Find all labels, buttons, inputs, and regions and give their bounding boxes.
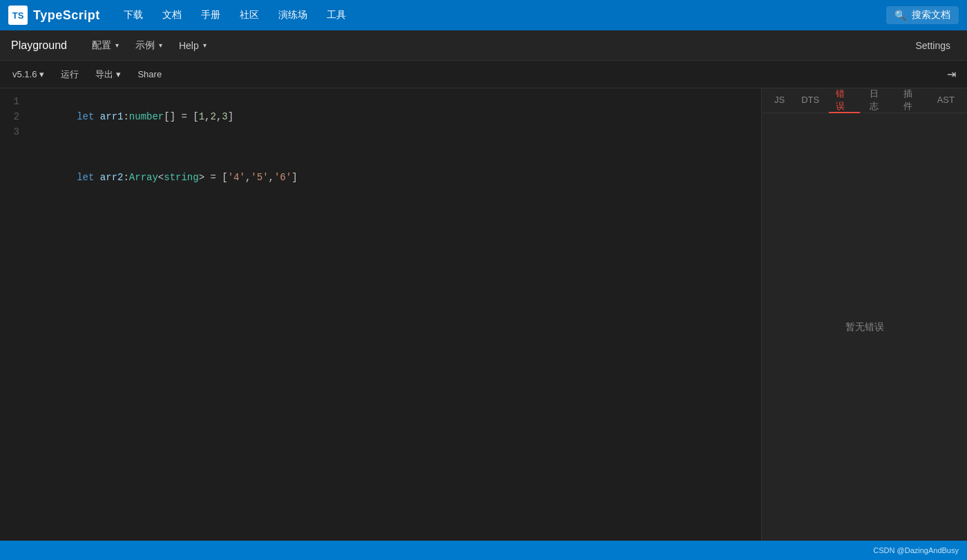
code-line-2 [28,139,761,155]
collapse-button[interactable]: ⇥ [941,65,961,84]
line-numbers: 1 2 3 [0,88,28,541]
ts-logo-box: TS [8,6,28,25]
tab-ast[interactable]: AST [930,88,961,113]
right-tabs: JS DTS 错误 日志 插件 AST [762,88,967,113]
nav-docs[interactable]: 文档 [153,0,191,30]
line-num-2: 2 [6,109,19,124]
bottom-bar: CSDN @DazingAndBusy [0,541,967,560]
nav-download[interactable]: 下载 [114,0,153,30]
export-label: 导出 [95,68,113,81]
share-button[interactable]: Share [131,66,169,82]
playground-bar: Playground 配置▾ 示例▾ Help▾ Settings [0,30,967,61]
nav-playground[interactable]: 演练场 [269,0,317,30]
search-box[interactable]: 🔍 搜索文档 [886,6,959,24]
ts-logo-text: TypeScript [33,8,100,23]
code-area[interactable]: let arr1:number[] = [1,2,3] let arr2:Arr… [28,88,761,541]
top-nav-bar: TS TypeScript 下载 文档 手册 社区 演练场 工具 🔍 搜索文档 [0,0,967,30]
no-error-message: 暂无错误 [845,321,884,334]
version-selector[interactable]: v5.1.6 ▾ [6,66,51,82]
tab-js[interactable]: JS [767,88,792,113]
version-label: v5.1.6 [12,69,37,79]
main-content: 1 2 3 let arr1:number[] = [1,2,3] let ar… [0,88,967,541]
playground-title: Playground [11,39,67,52]
nav-community[interactable]: 社区 [230,0,269,30]
tab-errors[interactable]: 错误 [829,88,860,113]
right-panel: JS DTS 错误 日志 插件 AST 暂无错误 [761,88,967,541]
bottom-credits: CSDN @DazingAndBusy [873,546,959,554]
ts-logo[interactable]: TS TypeScript [8,6,100,25]
tab-plugins[interactable]: 插件 [897,88,928,113]
nav-tools[interactable]: 工具 [317,0,356,30]
line-num-1: 1 [6,94,19,109]
code-line-3: let arr2:Array<string> = ['4','5','6'] [28,155,761,200]
export-chevron: ▾ [116,69,121,79]
nav-handbook[interactable]: 手册 [191,0,230,30]
search-icon: 🔍 [894,10,906,21]
code-line-1: let arr1:number[] = [1,2,3] [28,94,761,139]
version-chevron: ▾ [39,69,44,79]
search-label: 搜索文档 [912,9,950,21]
menu-help[interactable]: Help▾ [171,30,215,61]
tab-log[interactable]: 日志 [863,88,894,113]
run-button[interactable]: 运行 [54,66,86,84]
tab-dts[interactable]: DTS [794,88,826,113]
toolbar: v5.1.6 ▾ 运行 导出 ▾ Share ⇥ [0,61,967,88]
menu-examples[interactable]: 示例▾ [127,30,171,61]
settings-button[interactable]: Settings [910,40,956,51]
export-button[interactable]: 导出 ▾ [88,66,128,84]
editor-panel[interactable]: 1 2 3 let arr1:number[] = [1,2,3] let ar… [0,88,761,541]
right-content: 暂无错误 [762,113,967,541]
menu-config[interactable]: 配置▾ [84,30,127,61]
line-num-3: 3 [6,124,19,139]
